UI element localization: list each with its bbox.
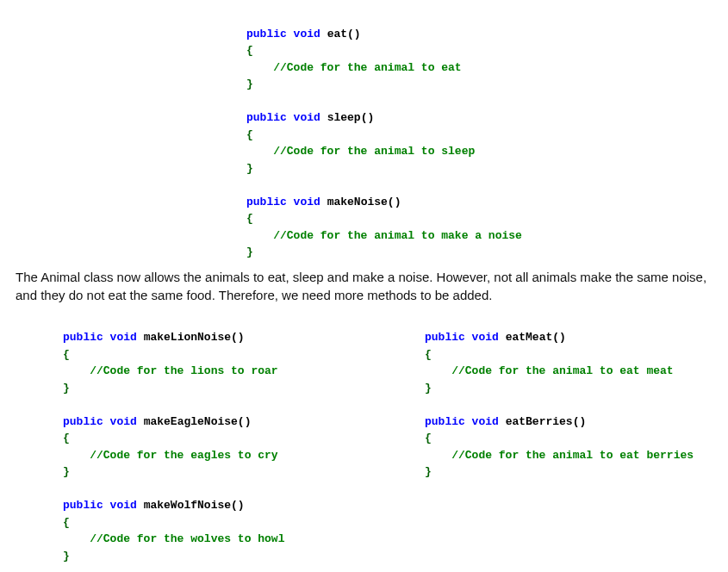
comment: //Code for the animal to eat berries [425,449,694,462]
code-block-eat-methods: public void eatMeat() { //Code for the a… [425,313,712,481]
brace-close: } [425,465,432,478]
brace-close: } [63,465,70,478]
brace-close: } [63,382,70,395]
comment: //Code for the lions to roar [63,364,278,377]
keyword: public void [63,415,137,428]
method-name: eatBerries() [499,415,586,428]
keyword: public void [63,499,137,512]
brace-close: } [246,246,253,258]
code-two-column: public void makeLionNoise() { //Code for… [63,313,712,565]
comment: //Code for the animal to sleep [246,145,475,158]
brace-open: { [425,432,432,445]
brace-open: { [246,44,253,57]
brace-close: } [425,382,432,395]
method-name: makeNoise() [320,196,401,208]
comment: //Code for the animal to make a noise [246,229,522,242]
keyword: public void [246,111,320,124]
paragraph-explanation-1: The Animal class now allows the animals … [16,268,712,304]
comment: //Code for the wolves to howl [63,532,284,545]
code-block-noise-methods: public void makeLionNoise() { //Code for… [63,313,425,565]
method-name: makeEagleNoise() [137,415,252,428]
method-name: makeLionNoise() [137,331,245,344]
comment: //Code for the animal to eat [246,61,462,74]
keyword: public void [425,415,499,428]
method-name: makeWolfNoise() [137,499,245,512]
keyword: public void [246,196,320,208]
brace-open: { [425,348,432,361]
brace-open: { [246,212,253,225]
brace-open: { [246,128,253,141]
code-block-animal-base: public void eat() { //Code for the anima… [246,9,712,261]
method-name: eatMeat() [499,331,566,344]
keyword: public void [246,28,320,40]
brace-open: { [63,348,70,361]
brace-open: { [63,432,70,445]
brace-close: } [63,550,70,563]
brace-close: } [246,78,253,90]
method-name: eat() [320,28,361,40]
comment: //Code for the animal to eat meat [425,364,674,377]
brace-close: } [246,162,253,175]
comment: //Code for the eagles to cry [63,449,278,462]
keyword: public void [63,331,137,344]
brace-open: { [63,516,70,529]
keyword: public void [425,331,499,344]
method-name: sleep() [320,111,374,124]
